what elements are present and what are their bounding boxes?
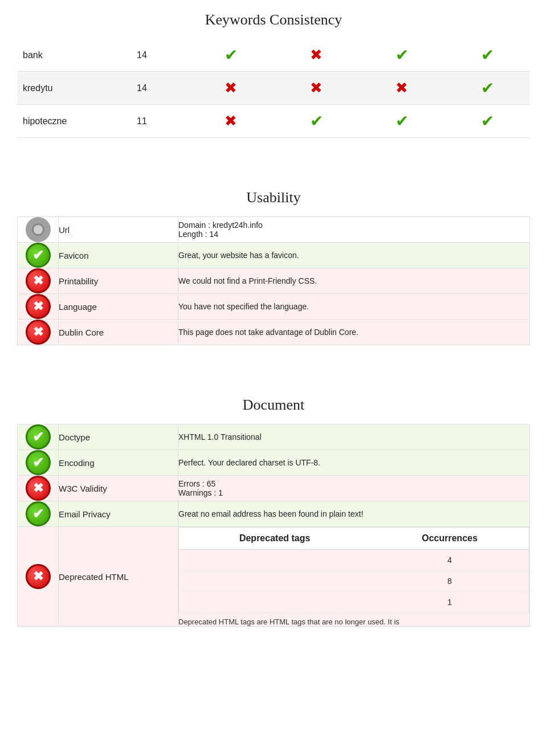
usability-row: ✖ Dublin Core This page does not take ad… xyxy=(18,320,530,345)
deprecated-count: 4 xyxy=(370,550,529,571)
row-label: Printability xyxy=(59,268,178,294)
keyword-col1: ✖ xyxy=(188,72,274,105)
row-label: Encoding xyxy=(59,450,178,476)
deprecated-count: 1 xyxy=(370,592,529,613)
cross-icon: ✖ xyxy=(310,79,323,96)
keyword-col3: ✖ xyxy=(359,72,444,105)
cross-icon: ✖ xyxy=(26,476,51,501)
keyword-col1: ✔ xyxy=(188,39,274,72)
document-row: ✖ W3C Validity Errors : 65Warnings : 1 xyxy=(18,476,530,501)
deprecated-note: Deprecated HTML tags are HTML tags that … xyxy=(178,613,529,626)
row-label: Language xyxy=(59,294,178,320)
cross-icon: ✖ xyxy=(26,564,51,589)
row-label: Doctype xyxy=(59,424,178,450)
row-value: Deprecated tags Occurrences 4 8 1 Depr xyxy=(178,527,530,627)
document-title: Document xyxy=(17,397,530,414)
keyword-count: 11 xyxy=(131,105,188,138)
row-label: W3C Validity xyxy=(59,476,178,501)
row-label: Favicon xyxy=(59,243,178,268)
row-label: Email Privacy xyxy=(59,501,178,527)
row-value: Great no email address has been found in… xyxy=(178,501,530,527)
deprecated-tag xyxy=(179,550,371,571)
row-value: This page does not take advantage of Dub… xyxy=(178,320,530,345)
keyword-cell: bank xyxy=(17,39,131,72)
row-icon: ✖ xyxy=(18,294,59,320)
row-icon: ✔ xyxy=(18,243,59,268)
usability-row: ✖ Language You have not specified the la… xyxy=(18,294,530,320)
keywords-section: Keywords Consistency bank 14 ✔ ✖ ✔ ✔ kre… xyxy=(0,0,547,161)
document-row: ✔ Email Privacy Great no email address h… xyxy=(18,501,530,527)
usability-table: Url Domain : kredyt24h.infoLength : 14 ✔… xyxy=(17,216,530,345)
keywords-table: bank 14 ✔ ✖ ✔ ✔ kredytu 14 ✖ ✖ ✖ ✔ hipot… xyxy=(17,39,530,138)
deprecated-count: 8 xyxy=(370,571,529,592)
cross-icon: ✖ xyxy=(26,294,51,319)
row-icon: ✖ xyxy=(18,268,59,294)
deprecated-tag-row: 1 xyxy=(179,592,529,613)
usability-row: ✔ Favicon Great, your website has a favi… xyxy=(18,243,530,268)
row-icon: ✔ xyxy=(18,501,59,527)
row-icon xyxy=(18,217,59,243)
cross-icon: ✖ xyxy=(26,268,51,293)
row-label: Dublin Core xyxy=(59,320,178,345)
row-icon: ✔ xyxy=(18,424,59,450)
cross-icon: ✖ xyxy=(224,112,237,129)
deprecated-occurrences-header: Occurrences xyxy=(370,528,529,550)
keyword-col1: ✖ xyxy=(188,105,274,138)
check-icon: ✔ xyxy=(481,112,494,130)
usability-title: Usability xyxy=(17,189,530,206)
keyword-col2: ✔ xyxy=(274,105,359,138)
deprecated-tag xyxy=(179,592,371,613)
usability-row: Url Domain : kredyt24h.infoLength : 14 xyxy=(18,217,530,243)
check-icon: ✔ xyxy=(481,46,494,64)
row-value: Perfect. Your declared charset is UTF-8. xyxy=(178,450,530,476)
check-icon: ✔ xyxy=(395,46,409,64)
check-icon: ✔ xyxy=(26,243,51,268)
keyword-col4: ✔ xyxy=(444,39,530,72)
row-icon: ✖ xyxy=(18,527,59,627)
cross-icon: ✖ xyxy=(26,320,51,345)
deprecated-tag xyxy=(179,571,371,592)
row-label: Deprecated HTML xyxy=(59,527,178,627)
cross-icon: ✖ xyxy=(395,79,408,96)
document-row: ✔ Doctype XHTML 1.0 Transitional xyxy=(18,424,530,450)
keyword-cell: kredytu xyxy=(17,72,131,105)
check-icon: ✔ xyxy=(481,79,494,97)
row-value: Great, your website has a favicon. xyxy=(178,243,530,268)
check-icon: ✔ xyxy=(395,112,409,130)
keyword-count: 14 xyxy=(131,39,188,72)
keyword-col4: ✔ xyxy=(444,72,530,105)
keyword-cell: hipoteczne xyxy=(17,105,131,138)
row-value: Domain : kredyt24h.infoLength : 14 xyxy=(178,217,530,243)
keyword-col4: ✔ xyxy=(444,105,530,138)
cross-icon: ✖ xyxy=(310,46,323,63)
keyword-col2: ✖ xyxy=(274,39,359,72)
document-row: ✖ Deprecated HTML Deprecated tags Occurr… xyxy=(18,527,530,627)
keyword-col2: ✖ xyxy=(274,72,359,105)
row-icon: ✖ xyxy=(18,320,59,345)
deprecated-inner-table: Deprecated tags Occurrences 4 8 1 xyxy=(178,527,529,613)
row-value: We could not find a Print-Friendly CSS. xyxy=(178,268,530,294)
row-icon: ✖ xyxy=(18,476,59,501)
row-value: You have not specified the language. xyxy=(178,294,530,320)
document-table: ✔ Doctype XHTML 1.0 Transitional ✔ Encod… xyxy=(17,424,530,627)
keyword-col3: ✔ xyxy=(359,39,444,72)
row-label: Url xyxy=(59,217,178,243)
check-icon: ✔ xyxy=(26,450,51,475)
row-value: Errors : 65Warnings : 1 xyxy=(178,476,530,501)
deprecated-tags-header: Deprecated tags xyxy=(179,528,371,550)
check-icon: ✔ xyxy=(310,112,323,130)
usability-row: ✖ Printability We could not find a Print… xyxy=(18,268,530,294)
deprecated-tag-row: 4 xyxy=(179,550,529,571)
usability-section: Usability Url Domain : kredyt24h.infoLen… xyxy=(0,178,547,368)
deprecated-tag-row: 8 xyxy=(179,571,529,592)
keyword-col3: ✔ xyxy=(359,105,444,138)
check-icon: ✔ xyxy=(26,501,51,526)
keywords-title: Keywords Consistency xyxy=(17,11,530,28)
neutral-icon xyxy=(26,217,51,242)
cross-icon: ✖ xyxy=(224,79,237,96)
check-icon: ✔ xyxy=(26,424,51,449)
row-value: XHTML 1.0 Transitional xyxy=(178,424,530,450)
document-row: ✔ Encoding Perfect. Your declared charse… xyxy=(18,450,530,476)
keyword-count: 14 xyxy=(131,72,188,105)
row-icon: ✔ xyxy=(18,450,59,476)
